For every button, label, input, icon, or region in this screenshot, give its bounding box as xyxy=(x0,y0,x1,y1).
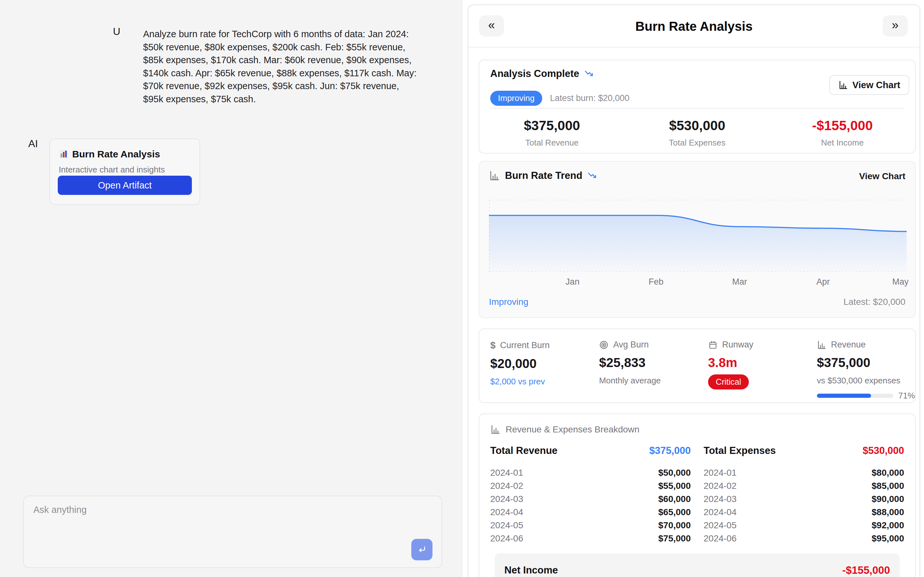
critical-badge: Critical xyxy=(708,374,749,390)
bar-chart-icon xyxy=(817,340,827,350)
x-tick: Feb xyxy=(649,277,664,287)
improving-badge: Improving xyxy=(490,91,542,106)
table-row: 2024-06$75,000 xyxy=(490,532,691,545)
return-arrow-icon xyxy=(417,544,427,555)
target-icon xyxy=(599,340,609,350)
table-row: 2024-02$85,000 xyxy=(704,479,904,492)
panel-header: « Burn Rate Analysis » xyxy=(468,5,919,47)
table-row: 2024-03$90,000 xyxy=(704,492,904,506)
table-row: 2024-01$50,000 xyxy=(490,466,691,479)
net-income-card: Net Income -$155,000 Loss-making over th… xyxy=(495,553,900,577)
metric-avg-burn: Avg Burn $25,833 Monthly average xyxy=(588,329,697,402)
user-message: Analyze burn rate for TechCorp with 6 mo… xyxy=(143,27,420,105)
stat-total-expenses: $530,000 Total Expenses xyxy=(625,113,770,148)
artifact-pane: « Burn Rate Analysis » Analysis Complete xyxy=(462,0,924,577)
trend-down-icon xyxy=(588,171,597,180)
burn-rate-line-chart xyxy=(489,197,907,280)
table-row: 2024-05$70,000 xyxy=(490,519,691,532)
table-row: 2024-02$55,000 xyxy=(490,479,691,492)
bar-chart-icon xyxy=(490,424,501,435)
trend-down-icon xyxy=(584,69,594,78)
stat-net-income: -$155,000 Net Income xyxy=(770,113,915,148)
panel-title: Burn Rate Analysis xyxy=(468,5,919,47)
revenue-progress-track xyxy=(817,394,893,398)
breakdown-card: Revenue & Expenses Breakdown Total Reven… xyxy=(479,414,916,577)
chat-input-container xyxy=(23,496,442,568)
revenue-column: Total Revenue $375,000 2024-01$50,000 20… xyxy=(490,442,691,545)
x-tick: Jan xyxy=(565,277,580,287)
bar-chart-icon xyxy=(489,170,500,181)
calendar-icon xyxy=(708,340,718,350)
bar-chart-icon xyxy=(838,80,848,90)
metric-revenue: Revenue $375,000 vs $530,000 expenses 71… xyxy=(806,329,915,402)
table-row: 2024-05$92,000 xyxy=(704,519,904,532)
burn-rate-trend-card: Burn Rate Trend View Chart xyxy=(479,161,916,318)
metric-runway: Runway 3.8m Critical xyxy=(697,329,806,402)
revenue-progress-label: 71% xyxy=(898,391,915,401)
table-row: 2024-03$60,000 xyxy=(490,492,691,506)
table-row: 2024-06$95,000 xyxy=(704,532,904,545)
bar-chart-emoji-icon xyxy=(59,149,68,159)
open-artifact-button[interactable]: Open Artifact xyxy=(58,176,192,195)
breakdown-table: Total Revenue $375,000 2024-01$50,000 20… xyxy=(490,442,904,545)
breakdown-heading: Revenue & Expenses Breakdown xyxy=(506,424,640,435)
summary-heading: Analysis Complete xyxy=(490,68,579,79)
stat-total-revenue: $375,000 Total Revenue xyxy=(479,113,625,148)
user-avatar: U xyxy=(113,26,120,37)
table-row: 2024-04$88,000 xyxy=(704,506,904,519)
net-income-label: Net Income xyxy=(504,564,558,576)
trend-view-chart-link[interactable]: View Chart xyxy=(859,171,905,181)
x-axis-labels: Jan Feb Mar Apr May xyxy=(489,277,907,288)
x-tick: Mar xyxy=(732,277,747,287)
latest-burn-text: Latest burn: $20,000 xyxy=(550,93,630,103)
summary-stats: $375,000 Total Revenue $530,000 Total Ex… xyxy=(479,113,915,148)
table-row: 2024-01$80,000 xyxy=(704,466,904,479)
x-tick: May xyxy=(892,277,909,287)
table-row: 2024-04$65,000 xyxy=(490,506,691,519)
trend-status-text: Improving xyxy=(489,297,528,307)
x-tick: Apr xyxy=(817,277,830,287)
ai-avatar: AI xyxy=(28,138,38,150)
metric-current-burn: $ Current Burn $20,000 $2,000 vs prev xyxy=(479,329,588,402)
dollar-icon: $ xyxy=(490,340,496,351)
trend-heading: Burn Rate Trend xyxy=(505,170,582,181)
chat-pane: U Analyze burn rate for TechCorp with 6 … xyxy=(0,0,462,577)
app-window: U Analyze burn rate for TechCorp with 6 … xyxy=(0,0,924,577)
trend-latest-text: Latest: $20,000 xyxy=(843,297,905,307)
divider xyxy=(490,108,904,109)
artifact-card-title: Burn Rate Analysis xyxy=(72,149,160,160)
collapse-right-button[interactable]: » xyxy=(883,15,908,37)
revenue-progress-fill xyxy=(817,394,871,398)
artifact-preview-card: Burn Rate Analysis Interactive chart and… xyxy=(49,139,200,205)
net-income-value: -$155,000 xyxy=(842,564,890,576)
metrics-card: $ Current Burn $20,000 $2,000 vs prev xyxy=(479,329,916,403)
expenses-column: Total Expenses $530,000 2024-01$80,000 2… xyxy=(704,442,904,545)
analysis-summary-card: Analysis Complete Improving Latest burn:… xyxy=(479,60,916,153)
view-chart-button[interactable]: View Chart xyxy=(829,75,909,95)
chat-input[interactable] xyxy=(24,496,441,567)
artifact-panel: « Burn Rate Analysis » Analysis Complete xyxy=(468,5,920,577)
send-button[interactable] xyxy=(411,539,433,560)
